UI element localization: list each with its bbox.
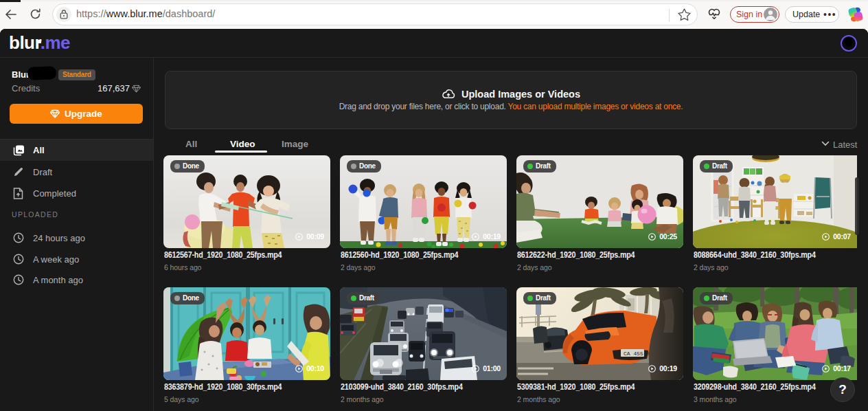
svg-text:CA 455-8: CA 455-8 bbox=[624, 351, 650, 357]
